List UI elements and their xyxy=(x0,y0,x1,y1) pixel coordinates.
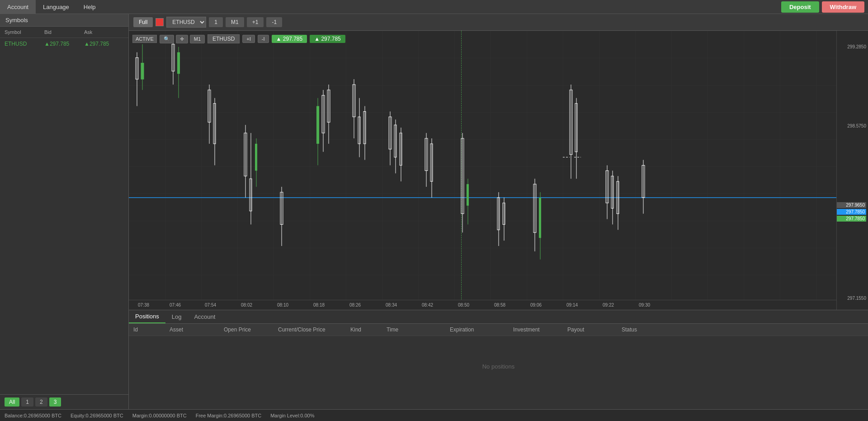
svg-text:07:38: 07:38 xyxy=(138,303,149,307)
svg-rect-0 xyxy=(129,31,836,300)
price-blue: 297.7850 xyxy=(837,209,866,215)
minus1-btn[interactable]: -1 xyxy=(266,17,282,27)
col-kind: Kind xyxy=(350,326,387,333)
tab-positions[interactable]: Positions xyxy=(129,310,165,323)
svg-text:08:18: 08:18 xyxy=(313,303,325,307)
price-axis: 299.2850 298.5750 297.9650 297.7850 297.… xyxy=(836,31,868,310)
svg-text:09:22: 09:22 xyxy=(603,303,614,307)
svg-rect-46 xyxy=(467,184,469,206)
col-ask: Ask xyxy=(84,29,124,35)
status-bar: Balance:0.26965000 BTC Equity:0.26965000… xyxy=(0,409,868,421)
interval-1-btn[interactable]: 1 xyxy=(209,17,223,27)
svg-text:08:50: 08:50 xyxy=(458,303,469,307)
status-balance: Balance:0.26965000 BTC xyxy=(5,413,61,418)
status-margin: Margin:0.00000000 BTC xyxy=(132,413,187,418)
symbols-tab[interactable]: Symbols xyxy=(0,14,128,27)
no-positions-message: No positions xyxy=(129,336,868,397)
plus1-btn[interactable]: +1 xyxy=(247,17,264,27)
col-asset: Asset xyxy=(170,326,224,333)
tab-log[interactable]: Log xyxy=(165,311,188,323)
svg-rect-18 xyxy=(255,144,257,171)
col-current-close: Current/Close Price xyxy=(278,326,350,333)
symbol-name: ETHUSD xyxy=(5,41,44,47)
bottom-panel: Positions Log Account Id Asset Open Pric… xyxy=(129,310,868,409)
price-badge-1: ▲ 297.785 xyxy=(272,35,307,43)
svg-text:08:34: 08:34 xyxy=(386,303,397,307)
tab-account[interactable]: Account xyxy=(188,311,222,323)
svg-text:07:54: 07:54 xyxy=(205,303,216,307)
positions-header: Id Asset Open Price Current/Close Price … xyxy=(129,324,868,336)
sidebar: Symbols Symbol Bid Ask ETHUSD ▲297.785 ▲… xyxy=(0,14,129,409)
time-axis-svg: 07:38 07:46 07:54 08:02 08:10 08:18 08:2… xyxy=(133,300,836,310)
svg-text:08:42: 08:42 xyxy=(422,303,433,307)
col-investment: Investment xyxy=(513,326,567,333)
main-layout: Symbols Symbol Bid Ask ETHUSD ▲297.785 ▲… xyxy=(0,14,868,409)
chart-toolbar: Full ETHUSD 1 M1 +1 -1 xyxy=(129,14,868,31)
symbol-bid: ▲297.785 xyxy=(44,41,84,47)
svg-text:08:58: 08:58 xyxy=(494,303,505,307)
symbol-ask: ▲297.785 xyxy=(84,41,124,47)
symbol-select[interactable]: ETHUSD xyxy=(166,17,206,28)
sidebar-pagination: All 1 2 3 xyxy=(0,394,128,409)
full-btn[interactable]: Full xyxy=(133,17,153,27)
price-299: 299.2850 xyxy=(837,44,866,49)
svg-rect-8 xyxy=(177,52,180,74)
chart-container[interactable]: ACTIVE 🔍 ✛ M1 ETHUSD +I -I ▲ 297.785 ▲ 2… xyxy=(129,31,868,310)
page-btn-all[interactable]: All xyxy=(5,397,19,407)
status-free-margin: Free Margin:0.26965000 BTC xyxy=(196,413,262,418)
col-bid: Bid xyxy=(44,29,84,35)
top-menu-bar: Account Language Help Deposit Withdraw xyxy=(0,0,868,14)
menu-account[interactable]: Account xyxy=(0,0,36,14)
m1-btn[interactable]: M1 xyxy=(190,35,205,43)
status-margin-level: Margin Level:0.00% xyxy=(270,413,314,418)
chart-symbol-label: ETHUSD xyxy=(208,34,240,43)
price-298: 298.5750 xyxy=(837,123,866,128)
col-expiration: Expiration xyxy=(450,326,513,333)
interval-m1-btn[interactable]: M1 xyxy=(226,17,244,27)
col-id: Id xyxy=(133,326,170,333)
price-badge-2: ▲ 297.785 xyxy=(310,35,345,43)
menu-language[interactable]: Language xyxy=(36,0,76,14)
chart-controls: 🔍 ✛ M1 xyxy=(160,35,205,43)
zoom-btn[interactable]: 🔍 xyxy=(160,35,174,43)
crosshair-btn[interactable]: ✛ xyxy=(176,35,188,43)
chart-plus-btn[interactable]: +I xyxy=(242,35,255,43)
price-297-96: 297.9650 xyxy=(837,202,866,208)
svg-text:07:46: 07:46 xyxy=(170,303,181,307)
active-label: ACTIVE xyxy=(132,35,157,43)
svg-text:08:10: 08:10 xyxy=(277,303,288,307)
candlestick-chart xyxy=(129,31,836,300)
svg-text:09:14: 09:14 xyxy=(566,303,578,307)
svg-text:09:30: 09:30 xyxy=(639,303,650,307)
chart-area: Full ETHUSD 1 M1 +1 -1 ACTIVE 🔍 ✛ M1 ETH… xyxy=(129,14,868,409)
svg-rect-54 xyxy=(539,198,541,238)
col-open-price: Open Price xyxy=(224,326,278,333)
svg-rect-4 xyxy=(141,63,144,79)
time-axis: 07:38 07:46 07:54 08:02 08:10 08:18 08:2… xyxy=(129,300,836,310)
col-time: Time xyxy=(387,326,450,333)
positions-tabs: Positions Log Account xyxy=(129,310,868,324)
color-picker[interactable] xyxy=(156,18,164,26)
page-btn-1[interactable]: 1 xyxy=(21,397,33,407)
chart-minus-btn[interactable]: -I xyxy=(258,35,269,43)
col-symbol: Symbol xyxy=(5,29,44,35)
svg-rect-22 xyxy=(316,106,319,144)
chart-overlay-bar: ACTIVE 🔍 ✛ M1 ETHUSD +I -I ▲ 297.785 ▲ 2… xyxy=(132,34,345,43)
price-297-15: 297.1550 xyxy=(837,296,866,301)
price-green: 297.7850 xyxy=(837,216,866,222)
menu-help[interactable]: Help xyxy=(76,0,103,14)
symbol-header: Symbol Bid Ask xyxy=(0,27,128,38)
col-status: Status xyxy=(622,326,676,333)
page-btn-3[interactable]: 3 xyxy=(49,397,61,407)
svg-text:08:26: 08:26 xyxy=(349,303,361,307)
deposit-button[interactable]: Deposit xyxy=(781,1,819,13)
svg-text:08:02: 08:02 xyxy=(241,303,252,307)
symbol-row-ethusd[interactable]: ETHUSD ▲297.785 ▲297.785 xyxy=(0,38,128,50)
col-payout: Payout xyxy=(567,326,622,333)
status-equity: Equity:0.26965000 BTC xyxy=(71,413,123,418)
withdraw-button[interactable]: Withdraw xyxy=(822,1,864,13)
svg-text:09:06: 09:06 xyxy=(530,303,542,307)
page-btn-2[interactable]: 2 xyxy=(35,397,47,407)
